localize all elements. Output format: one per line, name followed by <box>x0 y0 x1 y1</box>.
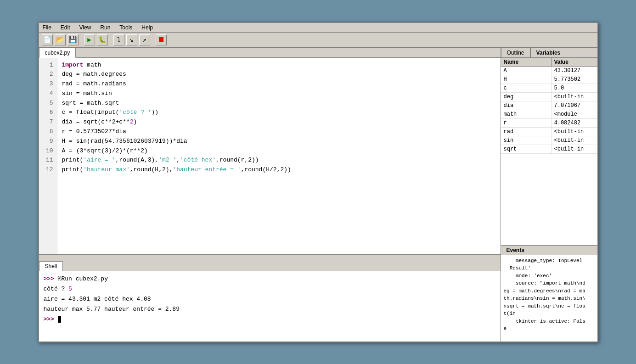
menu-file[interactable]: File <box>41 24 53 31</box>
new-button[interactable]: 📄 <box>42 34 53 45</box>
variables-header: Name Value <box>501 58 597 67</box>
var-row-dia[interactable]: dia 7.071067 <box>501 101 597 110</box>
right-tabs: Outline Variables <box>501 48 597 58</box>
shell-line-1: >>> %Run cubex2.py <box>44 274 496 284</box>
shell-line-2: côté ? 5 <box>44 284 496 294</box>
step-into-button[interactable]: ↘ <box>126 34 137 45</box>
right-panel: Outline Variables Name Value A 43.30127 … <box>501 48 597 342</box>
var-row-deg[interactable]: deg <built-in <box>501 93 597 101</box>
save-button[interactable]: 💾 <box>68 34 79 45</box>
menu-help[interactable]: Help <box>140 24 155 31</box>
var-row-math[interactable]: math <module <box>501 110 597 119</box>
menubar: File Edit View Run Tools Help <box>39 23 597 33</box>
editor-scrollbar-h[interactable] <box>39 254 501 261</box>
shell-prompt-line: >>> <box>44 314 496 325</box>
col-value: Value <box>552 58 597 66</box>
stop-button[interactable]: ⏹ <box>156 34 167 45</box>
shell-container: Shell >>> %Run cubex2.py côté ? 5 aire =… <box>39 261 501 342</box>
editor-area[interactable]: 123456789101112 import math deg = math.d… <box>39 58 501 254</box>
editor-container: cubex2.py 123456789101112 import math de… <box>39 48 501 261</box>
var-row-A[interactable]: A 43.30127 <box>501 67 597 75</box>
run-button[interactable]: ▶ <box>84 34 95 45</box>
shell-tab-bar: Shell <box>39 261 501 271</box>
variables-table: Name Value A 43.30127 H 5.773502 c 5.0 d… <box>501 58 597 245</box>
shell-area[interactable]: >>> %Run cubex2.py côté ? 5 aire = 43.30… <box>39 271 501 342</box>
events-tab[interactable]: Events <box>501 246 597 255</box>
shell-line-4: hauteur max 5.77 hauteur entrée = 2.89 <box>44 304 496 314</box>
var-row-H[interactable]: H 5.773502 <box>501 75 597 84</box>
main-content: cubex2.py 123456789101112 import math de… <box>39 48 597 342</box>
shell-line-3: aire = 43.301 m2 côté hex 4.08 <box>44 294 496 304</box>
var-row-sqrt[interactable]: sqrt <built-in <box>501 145 597 154</box>
editor-tab[interactable]: cubex2.py <box>39 48 76 58</box>
events-content: message_type: TopLevel Result' mode: 'ex… <box>501 255 597 342</box>
line-numbers: 123456789101112 <box>39 58 57 254</box>
var-row-sin[interactable]: sin <built-in <box>501 136 597 145</box>
editor-tab-bar: cubex2.py <box>39 48 501 58</box>
var-row-rad[interactable]: rad <built-in <box>501 128 597 136</box>
menu-view[interactable]: View <box>78 24 93 31</box>
events-panel: Events message_type: TopLevel Result' mo… <box>501 245 597 342</box>
step-out-button[interactable]: ↗ <box>139 34 150 45</box>
open-button[interactable]: 📂 <box>55 34 66 45</box>
col-name: Name <box>501 58 552 66</box>
step-over-button[interactable]: ⤵ <box>113 34 124 45</box>
menu-edit[interactable]: Edit <box>59 24 72 31</box>
tab-outline[interactable]: Outline <box>501 48 530 57</box>
menu-run[interactable]: Run <box>98 24 112 31</box>
toolbar: 📄 📂 💾 ▶ 🐛 ⤵ ↘ ↗ ⏹ <box>39 33 597 48</box>
shell-cursor <box>58 316 61 323</box>
code-content[interactable]: import math deg = math.degrees rad = mat… <box>57 58 501 254</box>
var-row-c[interactable]: c 5.0 <box>501 84 597 93</box>
var-row-r[interactable]: r 4.082482 <box>501 119 597 128</box>
main-window: File Edit View Run Tools Help 📄 📂 💾 ▶ 🐛 … <box>38 22 598 342</box>
debug-button[interactable]: 🐛 <box>97 34 108 45</box>
shell-tab[interactable]: Shell <box>39 261 63 271</box>
menu-tools[interactable]: Tools <box>118 24 134 31</box>
tab-variables[interactable]: Variables <box>530 48 567 57</box>
left-panel: cubex2.py 123456789101112 import math de… <box>39 48 501 342</box>
